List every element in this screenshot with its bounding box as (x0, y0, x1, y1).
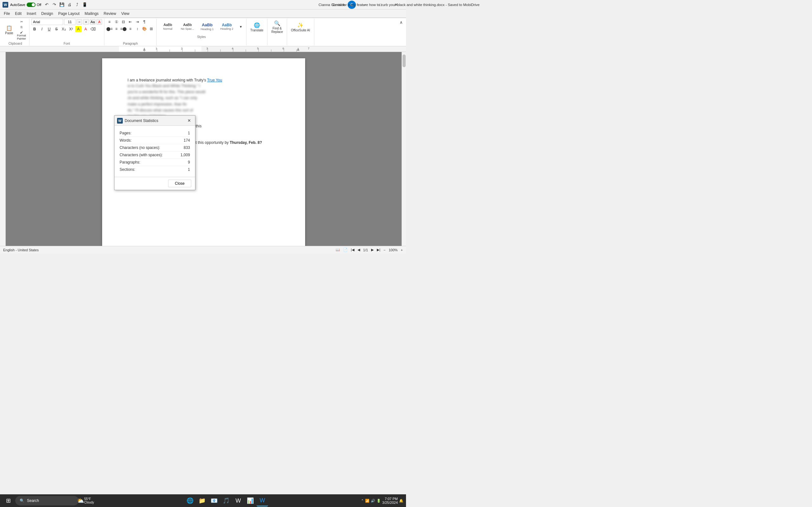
style-heading1-preview: AaBb (202, 22, 212, 27)
line-spacing-button[interactable]: ↕ (134, 26, 141, 32)
style-normal-name: Normal (163, 27, 172, 31)
stat-value-sections: 1 (188, 167, 190, 172)
change-case-btn[interactable]: Aa (90, 19, 96, 25)
justify-button[interactable]: ≡ (127, 26, 134, 32)
clipboard-group-label: Clipboard (9, 41, 22, 45)
strikethrough-button[interactable]: S (53, 26, 60, 32)
modal-titlebar: W Document Statistics ✕ (114, 116, 195, 126)
menu-review[interactable]: Review (101, 11, 119, 16)
borders-button[interactable]: ⊞ (148, 26, 154, 32)
paragraph-group-label: Paragraph (123, 41, 138, 45)
dialog-close-icon[interactable]: ✕ (186, 117, 193, 124)
shading-button[interactable]: 🎨 (141, 26, 148, 32)
ribbon-translate-group: 🌐 Translate (247, 19, 267, 45)
autosave-toggle[interactable] (27, 3, 36, 7)
style-heading2[interactable]: AaBb Heading 2 (217, 19, 236, 35)
subscript-button[interactable]: X₂ (61, 26, 67, 32)
nav-prev-button[interactable]: ◀ (357, 248, 360, 252)
menu-design[interactable]: Design (39, 11, 55, 16)
menu-edit[interactable]: Edit (12, 11, 24, 16)
style-nospace[interactable]: AaBb No Spac... (178, 19, 197, 35)
svg-rect-1 (119, 46, 201, 52)
scrollbar-thumb[interactable] (403, 55, 406, 67)
collapse-ribbon-button[interactable]: ∧ (398, 19, 405, 26)
view-read-icon[interactable]: 📖 (336, 248, 340, 252)
stat-row-sections: Sections: 1 (119, 166, 190, 173)
show-paragraph-button[interactable]: ¶ (141, 19, 148, 25)
translate-button[interactable]: 🌐 Translate (248, 19, 265, 35)
status-left: English - United States (3, 248, 39, 252)
increase-indent-button[interactable]: ⇥ (134, 19, 141, 25)
menu-file[interactable]: File (1, 11, 12, 16)
find-replace-label: Find &Replace (271, 26, 283, 34)
dialog-close-button[interactable]: Close (168, 180, 191, 187)
menu-view[interactable]: View (119, 11, 132, 16)
multilevel-list-button[interactable]: ⊟ (120, 19, 126, 25)
svg-text:4: 4 (232, 47, 233, 50)
document-statistics-dialog[interactable]: W Document Statistics ✕ Pages: 1 Words: … (114, 115, 195, 190)
menu-page-layout[interactable]: Page Layout (55, 11, 82, 16)
stat-value-chars-space: 1,009 (181, 153, 190, 157)
stat-label-pages: Pages: (119, 131, 131, 135)
numbered-list-button[interactable]: ① (113, 19, 119, 25)
superscript-button[interactable]: X² (68, 26, 74, 32)
nav-first-button[interactable]: |◀ (351, 248, 354, 252)
highlight-button[interactable]: A (75, 26, 82, 32)
ribbon-content: 📋 Paste ✂ ⎘ 🖌 FormatPainter Clipbo (0, 18, 406, 46)
redo-button[interactable]: ↷ (51, 1, 58, 8)
italic-button[interactable]: I (39, 26, 45, 32)
undo-button[interactable]: ↶ (43, 1, 50, 8)
right-scrollbar[interactable] (402, 52, 406, 246)
clear-format-btn[interactable]: A (96, 19, 102, 25)
format-painter-button[interactable]: 🖌 FormatPainter (16, 30, 28, 41)
print-button[interactable]: 🖨 (66, 1, 73, 8)
svg-text:7: 7 (308, 47, 309, 50)
view-print-icon[interactable]: 📄 (343, 248, 348, 252)
style-heading1[interactable]: AaBb Heading 1 (198, 19, 216, 35)
doc-scroll-area[interactable]: I am a freelance journalist working with… (6, 52, 402, 246)
style-heading2-name: Heading 2 (220, 27, 234, 31)
font-size-increase[interactable]: + (83, 19, 89, 25)
font-name-input[interactable] (32, 19, 63, 25)
zoom-out-button[interactable]: − (384, 248, 386, 252)
status-right: 📖 📄 |◀ ◀ 1/1 ▶ ▶| − 100% + (336, 248, 403, 252)
clear-char-format[interactable]: ⌫ (90, 26, 96, 32)
menu-mailings[interactable]: Mailings (82, 11, 101, 16)
align-right-button[interactable]: ≡⬤ (120, 26, 126, 32)
doc-bold-date: Thursday, Feb. 8? (230, 140, 262, 145)
save-button[interactable]: 💾 (58, 1, 65, 8)
share-button[interactable]: ⤴ (73, 1, 81, 8)
ribbon-styles-group: AaBb Normal AaBb No Spac... AaBb Heading… (157, 19, 247, 45)
bullet-list-button[interactable]: ≡ (106, 19, 113, 25)
font-size-decrease[interactable]: − (77, 19, 82, 25)
copy-button[interactable]: ⎘ (16, 25, 28, 30)
styles-more-button[interactable]: ▼ (237, 23, 244, 30)
svg-text:1: 1 (155, 47, 157, 50)
doc-link-trueyou[interactable]: True You (207, 78, 222, 82)
nav-next-button[interactable]: ▶ (371, 248, 374, 252)
nav-last-button[interactable]: ▶| (377, 248, 380, 252)
bold-button[interactable]: B (32, 26, 38, 32)
stat-label-chars-nospace: Characters (no spaces): (119, 146, 160, 150)
find-replace-icon: 🔍 (274, 20, 281, 26)
align-left-button[interactable]: ⬤≡ (106, 26, 113, 32)
paste-button[interactable]: 📋 Paste (3, 22, 15, 38)
officesuite-ai-button[interactable]: ✨ OfficeSuite AI (289, 19, 312, 35)
translate-label: Translate (250, 29, 263, 32)
translate-icon: 🌐 (254, 22, 260, 28)
decrease-indent-button[interactable]: ⇤ (127, 19, 134, 25)
style-nospace-name: No Spac... (181, 27, 194, 31)
style-normal[interactable]: AaBb Normal (159, 19, 177, 35)
format-painter-icon: 🖌 (20, 31, 23, 34)
menu-insert[interactable]: Insert (24, 11, 39, 16)
underline-button[interactable]: U (46, 26, 52, 32)
ribbon-ai-group: ✨ OfficeSuite AI (287, 19, 314, 45)
find-replace-button[interactable]: 🔍 Find &Replace (269, 19, 285, 35)
align-center-button[interactable]: ≡ (113, 26, 119, 32)
zoom-in-button[interactable]: + (401, 248, 403, 252)
cut-button[interactable]: ✂ (16, 19, 28, 24)
font-size-input[interactable] (64, 19, 75, 25)
mobile-button[interactable]: 📱 (81, 1, 88, 8)
font-color-button[interactable]: A (83, 26, 89, 32)
stat-label-sections: Sections: (119, 167, 135, 172)
